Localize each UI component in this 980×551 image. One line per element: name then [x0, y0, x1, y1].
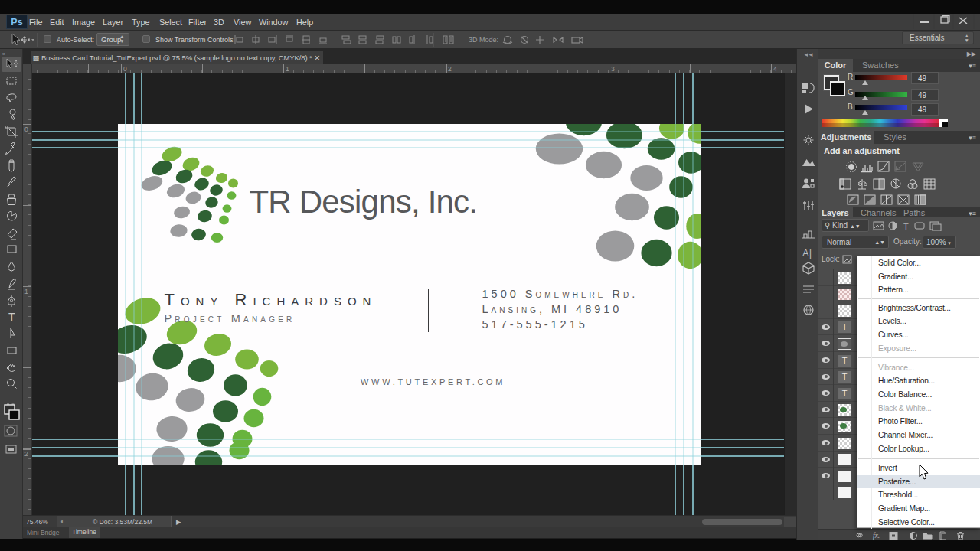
svg-text:fx.: fx.	[873, 532, 880, 540]
svg-text:T: T	[903, 222, 909, 231]
svg-text:T: T	[8, 311, 15, 323]
svg-text:A|: A|	[802, 247, 812, 259]
